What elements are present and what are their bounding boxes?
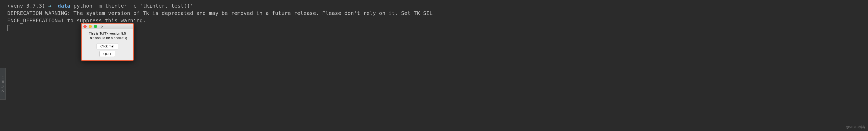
tk-version-label: This is Tcl/Tk version 8.5 This should b… (88, 31, 127, 41)
cursor-line (7, 24, 865, 31)
prompt-line: (venv-3.7.3) → data python -m tkinter -c… (7, 2, 865, 9)
click-me-button[interactable]: Click me! (96, 43, 118, 49)
tk-window-body: This is Tcl/Tk version 8.5 This should b… (82, 29, 133, 60)
quit-button[interactable]: QUIT (99, 51, 115, 57)
structure-tab-label: 2: Structure (1, 76, 5, 92)
prompt-arrow: → (49, 3, 52, 9)
window-titlebar[interactable]: tk (82, 24, 133, 29)
close-icon[interactable] (84, 25, 87, 28)
output-line-1: DEPRECATION WARNING: The system version … (7, 9, 865, 17)
structure-tool-tab[interactable]: 2: Structure (0, 68, 6, 100)
zoom-icon[interactable] (94, 25, 97, 28)
venv-prefix: (venv-3.7.3) (7, 3, 45, 9)
minimize-icon[interactable] (89, 25, 92, 28)
current-dir: data (58, 3, 70, 9)
window-title: tk (101, 24, 103, 28)
terminal-cursor (7, 25, 10, 31)
label-line-1: This is Tcl/Tk version 8.5 (88, 31, 127, 36)
label-line-2: This should be a cedilla: ç (88, 36, 127, 41)
output-line-2: ENCE_DEPRECATION=1 to suppress this warn… (7, 17, 865, 24)
command-text: python -m tkinter -c 'tkinter._test()' (73, 3, 193, 9)
tk-test-window[interactable]: tk This is Tcl/Tk version 8.5 This shoul… (81, 23, 134, 61)
watermark-text: @51CTO博客 (846, 125, 865, 129)
